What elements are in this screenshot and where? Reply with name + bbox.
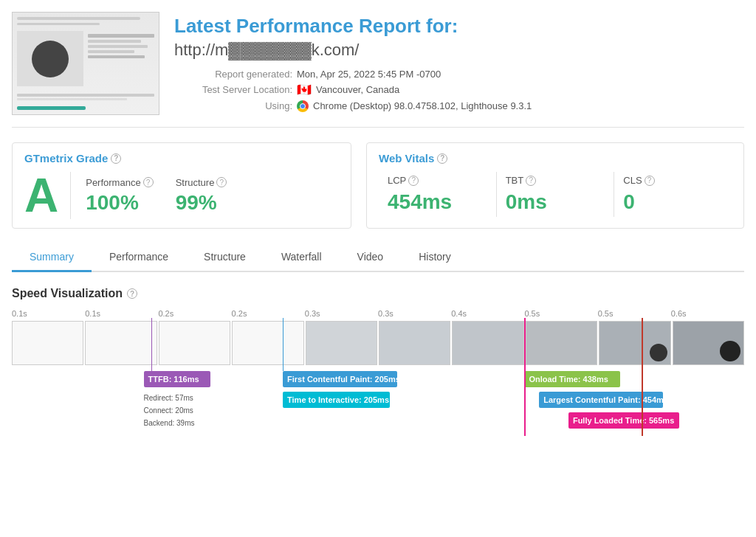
frame-4 (232, 321, 303, 365)
speed-viz-title: Speed Visualization ? (12, 287, 744, 300)
generated-label: Report generated: (174, 69, 292, 80)
frame-6 (379, 321, 450, 365)
flt-vline (642, 318, 643, 436)
fcp-vline (283, 318, 284, 371)
grade-section: GTmetrix Grade ? A Performance ? 100% St… (12, 142, 744, 229)
tab-waterfall[interactable]: Waterfall (264, 243, 340, 272)
grade-letter: A (24, 172, 71, 219)
lcp-label: LCP ? (388, 175, 487, 186)
tick-3: 0.2s (232, 309, 305, 318)
tick-2: 0.2s (158, 309, 231, 318)
frames-row (12, 321, 744, 365)
onload-bar: Onload Time: 438ms (524, 371, 620, 387)
chrome-icon (297, 100, 309, 112)
ttfb-sublabels: Redirect: 57ms Connect: 20ms Backend: 39… (144, 392, 195, 429)
web-vitals-title: Web Vitals ? (379, 152, 732, 164)
performance-value: 100% (86, 191, 153, 215)
meta-generated-row: Report generated: Mon, Apr 25, 2022 5:45… (174, 69, 744, 80)
frame-1 (12, 321, 83, 365)
generated-value: Mon, Apr 25, 2022 5:45 PM -0700 (297, 69, 441, 80)
flt-bar: Fully Loaded Time: 565ms (568, 412, 679, 429)
tbt-help-icon[interactable]: ? (526, 176, 536, 186)
web-vitals-help-icon[interactable]: ? (437, 153, 447, 164)
cls-value: 0 (623, 190, 723, 214)
grade-content: A Performance ? 100% Structure ? 99% (24, 172, 339, 219)
cls-help-icon[interactable]: ? (645, 176, 655, 186)
cls-vital: CLS ? 0 (614, 172, 732, 217)
lcp-value: 454ms (388, 190, 487, 214)
frame-5 (306, 321, 377, 365)
tick-7: 0.5s (524, 309, 597, 318)
tick-1: 0.1s (85, 309, 158, 318)
meta-using-row: Using: Chrome (Desktop) 98.0.4758.102, L… (174, 100, 744, 112)
tick-0: 0.1s (12, 309, 85, 318)
performance-label: Performance ? (86, 177, 153, 188)
lcp-vital: LCP ? 454ms (379, 172, 497, 217)
onload-vline (524, 318, 526, 436)
using-value: Chrome (Desktop) 98.0.4758.102, Lighthou… (313, 100, 532, 111)
lcp-bar: Largest Contentful Paint: 454ms (539, 392, 663, 408)
grade-metrics: Performance ? 100% Structure ? 99% (86, 177, 227, 215)
frame-2 (85, 321, 157, 365)
report-meta: Report generated: Mon, Apr 25, 2022 5:45… (174, 69, 744, 112)
structure-value: 99% (176, 191, 227, 215)
header-section: Latest Performance Report for: http://m▓… (12, 12, 744, 128)
tab-structure[interactable]: Structure (186, 243, 264, 272)
tick-8: 0.5s (598, 309, 671, 318)
web-vitals-box: Web Vitals ? LCP ? 454ms TBT ? 0ms CLS (366, 142, 744, 229)
server-value: Vancouver, Canada (316, 84, 399, 95)
gtmetrix-grade-box: GTmetrix Grade ? A Performance ? 100% St… (12, 142, 351, 229)
gtmetrix-title: GTmetrix Grade ? (24, 152, 339, 164)
site-thumbnail (12, 12, 159, 115)
lcp-help-icon[interactable]: ? (408, 176, 419, 186)
fcp-bar: First Contentful Paint: 205ms (283, 371, 397, 387)
structure-metric: Structure ? 99% (176, 177, 227, 215)
tabs-container: Summary Performance Structure Waterfall … (12, 243, 744, 272)
tick-6: 0.4s (451, 309, 524, 318)
frame-10 (673, 321, 744, 365)
web-vitals-content: LCP ? 454ms TBT ? 0ms CLS ? 0 (379, 172, 732, 217)
tick-4: 0.3s (305, 309, 378, 318)
tti-bar: Time to Interactive: 205ms (283, 392, 390, 408)
flag-icon: 🇨🇦 (297, 83, 312, 97)
tab-history[interactable]: History (401, 243, 469, 272)
ttfb-vline (151, 318, 152, 371)
using-label: Using: (174, 100, 292, 111)
timeline-ruler: 0.1s 0.1s 0.2s 0.2s 0.3s 0.3s 0.4s 0.5s … (12, 309, 744, 318)
tab-summary[interactable]: Summary (12, 243, 92, 272)
speed-viz-help-icon[interactable]: ? (127, 288, 137, 299)
performance-help-icon[interactable]: ? (143, 177, 154, 187)
performance-metric: Performance ? 100% (86, 177, 153, 215)
tbt-label: TBT ? (506, 175, 605, 186)
tick-5: 0.3s (378, 309, 451, 318)
frame-3 (159, 321, 230, 365)
server-label: Test Server Location: (174, 84, 292, 95)
tab-video[interactable]: Video (340, 243, 402, 272)
ttfb-bar: TTFB: 116ms (144, 371, 210, 387)
gtmetrix-help-icon[interactable]: ? (111, 153, 121, 164)
report-info: Latest Performance Report for: http://m▓… (174, 12, 744, 112)
frame-7 (452, 321, 523, 365)
tbt-vital: TBT ? 0ms (497, 172, 615, 217)
report-title: Latest Performance Report for: (174, 15, 744, 38)
cls-label: CLS ? (623, 175, 723, 186)
tab-performance[interactable]: Performance (92, 243, 186, 272)
meta-server-row: Test Server Location: 🇨🇦 Vancouver, Cana… (174, 83, 744, 97)
tick-9: 0.6s (671, 309, 744, 318)
frame-9 (599, 321, 670, 365)
structure-label: Structure ? (176, 177, 227, 188)
tbt-value: 0ms (506, 190, 605, 214)
frame-8 (526, 321, 597, 365)
timeline-annotations: TTFB: 116ms Redirect: 57ms Connect: 20ms… (12, 371, 744, 474)
report-url: http://m▓▓▓▓▓▓▓k.com/ (174, 41, 744, 60)
structure-help-icon[interactable]: ? (216, 177, 227, 187)
speed-viz: 0.1s 0.1s 0.2s 0.2s 0.3s 0.3s 0.4s 0.5s … (12, 309, 744, 474)
speed-viz-section: Speed Visualization ? 0.1s 0.1s 0.2s 0.2… (12, 287, 744, 474)
